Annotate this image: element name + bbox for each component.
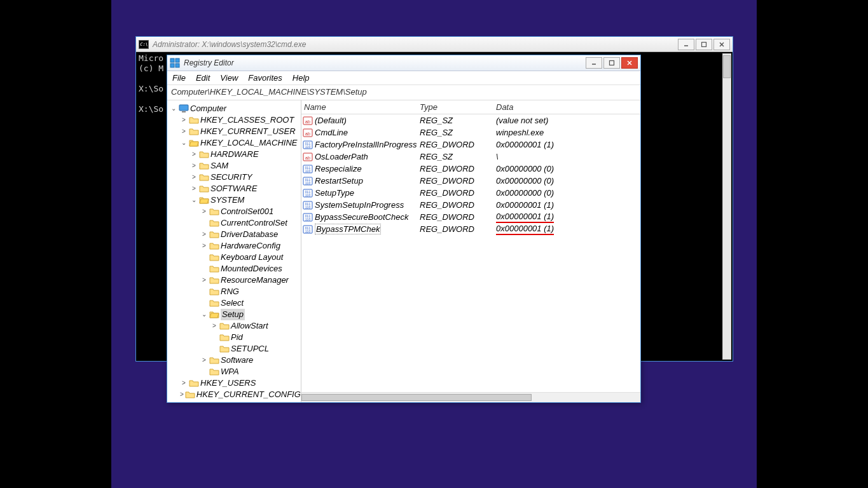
value-data: 0x00000000 (0) bbox=[493, 186, 640, 200]
tree-setupcl[interactable]: SETUPCL bbox=[210, 343, 300, 355]
tree-wpa[interactable]: WPA bbox=[200, 366, 300, 377]
list-row[interactable]: 011110FactoryPreInstallInProgress REG_DW… bbox=[301, 139, 640, 151]
list-row[interactable]: 011110Respecialize REG_DWORD 0x00000000 … bbox=[301, 163, 640, 175]
tree-hku[interactable]: >HKEY_USERS bbox=[180, 377, 300, 389]
list-row[interactable]: 011110BypassTPMChek REG_DWORD 0x00000001… bbox=[301, 223, 640, 235]
tree-label: HKEY_CURRENT_CONFIG bbox=[196, 389, 301, 400]
list-hscroll[interactable] bbox=[301, 392, 640, 402]
expand-icon[interactable]: > bbox=[190, 172, 198, 183]
col-type[interactable]: Type bbox=[417, 100, 493, 114]
expand-icon[interactable]: > bbox=[180, 377, 188, 389]
svg-text:110: 110 bbox=[305, 193, 311, 197]
tree-sam[interactable]: >SAM bbox=[190, 160, 300, 172]
cmd-titlebar[interactable]: C:\ Administrator: X:\windows\system32\c… bbox=[136, 37, 733, 52]
col-name[interactable]: Name bbox=[301, 100, 417, 114]
list-hscroll-thumb[interactable] bbox=[301, 394, 532, 401]
tree-software[interactable]: >SOFTWARE bbox=[190, 183, 300, 194]
cmd-minimize-button[interactable] bbox=[678, 39, 694, 50]
tree-pid[interactable]: Pid bbox=[210, 332, 300, 343]
cmd-scroll-thumb[interactable] bbox=[723, 55, 731, 78]
value-name: SetupType bbox=[315, 188, 354, 198]
expand-icon[interactable]: ⌄ bbox=[170, 103, 177, 114]
string-icon: ab bbox=[303, 128, 313, 138]
tree-resourcemanager[interactable]: >ResourceManager bbox=[200, 274, 300, 286]
expand-icon[interactable]: > bbox=[200, 355, 208, 366]
expand-icon[interactable]: > bbox=[190, 160, 198, 172]
folder-icon bbox=[219, 344, 230, 353]
svg-text:110: 110 bbox=[305, 145, 311, 149]
folder-icon bbox=[209, 241, 219, 250]
folder-icon bbox=[189, 116, 199, 125]
folder-icon bbox=[189, 127, 199, 136]
list-header[interactable]: Name Type Data bbox=[301, 100, 640, 114]
list-row[interactable]: 011110RestartSetup REG_DWORD 0x00000000 … bbox=[301, 175, 640, 187]
value-type: REG_DWORD bbox=[417, 162, 493, 175]
expand-icon[interactable]: ⌄ bbox=[190, 194, 198, 206]
list-row[interactable]: abOsLoaderPath REG_SZ \ bbox=[301, 151, 640, 163]
reg-close-button[interactable] bbox=[621, 57, 638, 69]
tree-software[interactable]: >Software bbox=[200, 355, 300, 366]
expand-icon[interactable]: > bbox=[200, 206, 208, 217]
tree-controlset001[interactable]: >ControlSet001 bbox=[200, 206, 300, 217]
tree-driverdatabase[interactable]: >DriverDatabase bbox=[200, 229, 300, 240]
expand-icon[interactable]: > bbox=[190, 183, 198, 194]
reg-titlebar[interactable]: Registry Editor bbox=[167, 55, 640, 71]
svg-rect-9 bbox=[610, 61, 614, 65]
value-name: CmdLine bbox=[315, 128, 348, 137]
cmd-close-button[interactable] bbox=[713, 39, 730, 50]
menu-view[interactable]: View bbox=[220, 73, 238, 83]
tree-hkcc[interactable]: >HKEY_CURRENT_CONFIG bbox=[180, 389, 300, 400]
menu-favorites[interactable]: Favorites bbox=[248, 73, 282, 83]
list-row[interactable]: ab(Default) REG_SZ (value not set) bbox=[301, 114, 640, 126]
menu-file[interactable]: File bbox=[172, 73, 186, 83]
tree-allowstart[interactable]: >AllowStart bbox=[210, 320, 300, 332]
expand-icon[interactable]: > bbox=[200, 240, 208, 252]
expand-icon[interactable]: > bbox=[180, 126, 188, 137]
folder-icon bbox=[199, 184, 209, 193]
expand-icon[interactable]: > bbox=[200, 274, 208, 286]
value-name: Respecialize bbox=[315, 164, 362, 173]
tree-hkcu[interactable]: >HKEY_CURRENT_USER bbox=[180, 126, 300, 137]
reg-minimize-button[interactable] bbox=[586, 57, 602, 69]
tree-keyboardlayout[interactable]: Keyboard Layout bbox=[200, 252, 300, 263]
tree-currentcontrolset[interactable]: CurrentControlSet bbox=[200, 217, 300, 229]
tree-hardwareconfig[interactable]: >HardwareConfig bbox=[200, 240, 300, 252]
reg-maximize-button[interactable] bbox=[603, 57, 620, 69]
expand-icon[interactable]: > bbox=[190, 149, 198, 160]
cmd-maximize-button[interactable] bbox=[696, 39, 712, 50]
col-data[interactable]: Data bbox=[493, 100, 640, 114]
expand-icon[interactable]: > bbox=[210, 320, 218, 332]
tree-hklm[interactable]: ⌄HKEY_LOCAL_MACHINE bbox=[180, 137, 300, 149]
tree-rng[interactable]: RNG bbox=[200, 286, 300, 297]
expand-icon[interactable]: > bbox=[200, 229, 208, 240]
folder-icon bbox=[209, 253, 219, 262]
expand-icon[interactable]: > bbox=[180, 389, 184, 400]
tree-computer[interactable]: ⌄Computer bbox=[170, 103, 300, 114]
tree-label: SAM bbox=[210, 160, 228, 172]
list-body[interactable]: ab(Default) REG_SZ (value not set) abCmd… bbox=[301, 114, 640, 392]
tree-hardware[interactable]: >HARDWARE bbox=[190, 149, 300, 160]
list-row[interactable]: 011110SetupType REG_DWORD 0x00000000 (0) bbox=[301, 187, 640, 199]
tree-label: Software bbox=[221, 355, 253, 366]
folder-icon bbox=[199, 173, 209, 182]
tree-setup[interactable]: ⌄Setup bbox=[200, 309, 300, 320]
folder-icon bbox=[209, 356, 219, 365]
expand-icon[interactable]: > bbox=[180, 114, 188, 126]
svg-text:110: 110 bbox=[305, 217, 311, 221]
tree-label: Keyboard Layout bbox=[221, 252, 283, 263]
svg-text:110: 110 bbox=[305, 169, 311, 173]
tree-label: HKEY_LOCAL_MACHINE bbox=[200, 137, 297, 149]
tree-select[interactable]: Select bbox=[200, 297, 300, 309]
menu-edit[interactable]: Edit bbox=[196, 73, 210, 83]
tree-mounteddevices[interactable]: MountedDevices bbox=[200, 263, 300, 274]
tree-panel[interactable]: ⌄Computer>HKEY_CLASSES_ROOT>HKEY_CURRENT… bbox=[167, 100, 301, 402]
address-bar[interactable]: Computer\HKEY_LOCAL_MACHINE\SYSTEM\Setup bbox=[167, 85, 640, 100]
cmd-scrollbar[interactable] bbox=[722, 53, 731, 360]
menu-help[interactable]: Help bbox=[293, 73, 310, 83]
expand-icon[interactable]: ⌄ bbox=[200, 309, 208, 320]
list-row[interactable]: abCmdLine REG_SZ winpeshl.exe bbox=[301, 126, 640, 139]
expand-icon[interactable]: ⌄ bbox=[180, 137, 188, 149]
tree-system[interactable]: ⌄SYSTEM bbox=[190, 194, 300, 206]
tree-security[interactable]: >SECURITY bbox=[190, 172, 300, 183]
tree-hkcr[interactable]: >HKEY_CLASSES_ROOT bbox=[180, 114, 300, 126]
